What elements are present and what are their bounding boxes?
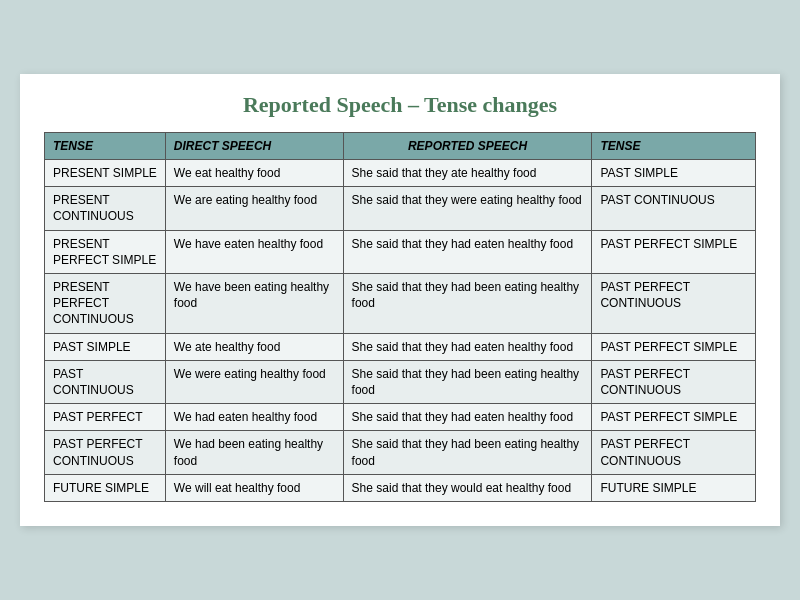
table-row: PAST SIMPLEWe ate healthy foodShe said t… (45, 333, 756, 360)
cell-reported: She said that they were eating healthy f… (343, 187, 592, 230)
table-row: PAST PERFECT CONTINUOUSWe had been eatin… (45, 431, 756, 474)
tense-table: TENSE DIRECT SPEECH REPORTED SPEECH TENS… (44, 132, 756, 502)
main-card: Reported Speech – Tense changes TENSE DI… (20, 74, 780, 526)
table-row: PAST CONTINUOUSWe were eating healthy fo… (45, 360, 756, 403)
header-tense2: TENSE (592, 133, 756, 160)
cell-tense1: PAST PERFECT (45, 404, 166, 431)
cell-direct: We have eaten healthy food (165, 230, 343, 273)
cell-tense1: PAST PERFECT CONTINUOUS (45, 431, 166, 474)
page-title: Reported Speech – Tense changes (44, 92, 756, 118)
cell-reported: She said that they had eaten healthy foo… (343, 404, 592, 431)
cell-tense2: PAST PERFECT SIMPLE (592, 333, 756, 360)
header-tense1: TENSE (45, 133, 166, 160)
cell-reported: She said that they had been eating healt… (343, 274, 592, 334)
cell-tense2: PAST SIMPLE (592, 160, 756, 187)
cell-tense2: PAST PERFECT CONTINUOUS (592, 431, 756, 474)
cell-direct: We had eaten healthy food (165, 404, 343, 431)
cell-tense2: PAST CONTINUOUS (592, 187, 756, 230)
table-row: PRESENT PERFECT CONTINUOUSWe have been e… (45, 274, 756, 334)
cell-tense1: FUTURE SIMPLE (45, 474, 166, 501)
header-reported: REPORTED SPEECH (343, 133, 592, 160)
cell-tense2: PAST PERFECT SIMPLE (592, 404, 756, 431)
cell-reported: She said that they ate healthy food (343, 160, 592, 187)
header-direct: DIRECT SPEECH (165, 133, 343, 160)
cell-reported: She said that they would eat healthy foo… (343, 474, 592, 501)
cell-reported: She said that they had been eating healt… (343, 431, 592, 474)
cell-tense1: PRESENT PERFECT CONTINUOUS (45, 274, 166, 334)
cell-direct: We ate healthy food (165, 333, 343, 360)
cell-tense1: PRESENT CONTINUOUS (45, 187, 166, 230)
cell-reported: She said that they had been eating healt… (343, 360, 592, 403)
cell-reported: She said that they had eaten healthy foo… (343, 230, 592, 273)
table-row: PRESENT SIMPLEWe eat healthy foodShe sai… (45, 160, 756, 187)
table-row: PRESENT CONTINUOUSWe are eating healthy … (45, 187, 756, 230)
table-row: PAST PERFECTWe had eaten healthy foodShe… (45, 404, 756, 431)
cell-reported: She said that they had eaten healthy foo… (343, 333, 592, 360)
cell-tense1: PAST SIMPLE (45, 333, 166, 360)
cell-tense1: PRESENT SIMPLE (45, 160, 166, 187)
cell-direct: We will eat healthy food (165, 474, 343, 501)
table-row: FUTURE SIMPLEWe will eat healthy foodShe… (45, 474, 756, 501)
cell-tense2: FUTURE SIMPLE (592, 474, 756, 501)
table-row: PRESENT PERFECT SIMPLEWe have eaten heal… (45, 230, 756, 273)
cell-direct: We were eating healthy food (165, 360, 343, 403)
cell-direct: We eat healthy food (165, 160, 343, 187)
cell-direct: We are eating healthy food (165, 187, 343, 230)
cell-tense2: PAST PERFECT SIMPLE (592, 230, 756, 273)
cell-direct: We had been eating healthy food (165, 431, 343, 474)
cell-tense1: PAST CONTINUOUS (45, 360, 166, 403)
cell-tense1: PRESENT PERFECT SIMPLE (45, 230, 166, 273)
cell-tense2: PAST PERFECT CONTINUOUS (592, 360, 756, 403)
cell-direct: We have been eating healthy food (165, 274, 343, 334)
cell-tense2: PAST PERFECT CONTINUOUS (592, 274, 756, 334)
